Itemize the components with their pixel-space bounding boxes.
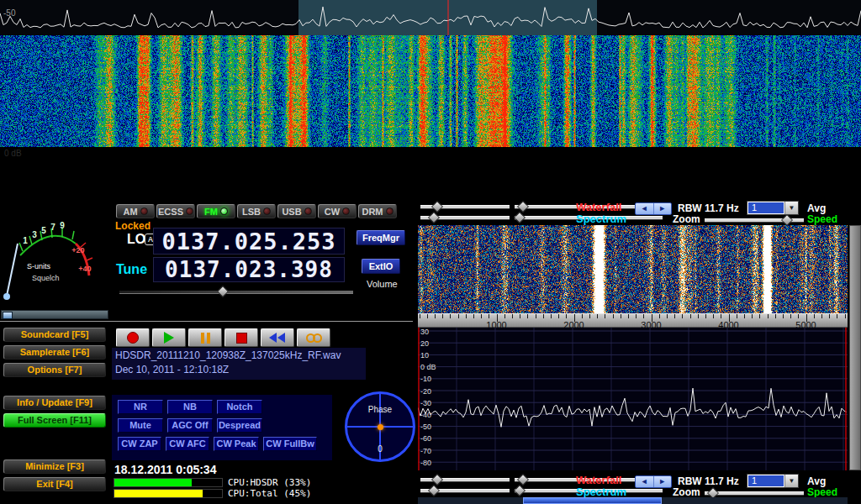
- rbw-value-bottom: RBW 11.7 Hz: [678, 475, 739, 487]
- ruler-tick: [504, 314, 505, 318]
- dsp-button-agc-off[interactable]: AGC Off: [167, 418, 213, 433]
- lo-frequency-display[interactable]: 0137.025.253: [153, 228, 345, 255]
- record-icon: [127, 332, 139, 344]
- rbw-value-top: RBW 11.7 Hz: [678, 202, 739, 214]
- slider-handle-icon[interactable]: [781, 214, 793, 226]
- spectrum-toggle-bottom[interactable]: Spectrum: [576, 486, 626, 498]
- waterfall-brightness-slider-bottom[interactable]: [420, 478, 510, 482]
- mode-button-drm[interactable]: DRM: [358, 204, 397, 218]
- mode-button-usb[interactable]: USB: [277, 204, 316, 218]
- play-button[interactable]: [152, 328, 186, 347]
- waterfall-contrast-slider-bottom[interactable]: [420, 489, 510, 493]
- zoom-label-bottom: Zoom: [673, 486, 700, 498]
- avg-count-select-bottom[interactable]: 1▼: [747, 474, 799, 488]
- band-adjust-arrows-bottom[interactable]: ◄►: [635, 475, 672, 488]
- ruler-tick: [558, 314, 559, 318]
- avg-count-select-top[interactable]: 1▼: [747, 201, 799, 215]
- function-button-3[interactable]: Info / Update [F9]: [3, 396, 106, 410]
- right-arrow-icon[interactable]: ►: [654, 476, 672, 487]
- function-button-0[interactable]: Soundcard [F5]: [3, 328, 106, 342]
- function-button-5[interactable]: Minimize [F3]: [3, 459, 106, 474]
- phase-marker-icon: [378, 424, 383, 430]
- phase-label: Phase: [347, 405, 413, 414]
- mode-button-lsb[interactable]: LSB: [237, 204, 276, 218]
- ruler-tick: [458, 314, 459, 318]
- waterfall-toggle-top[interactable]: Waterfall: [576, 201, 621, 213]
- function-button-4[interactable]: Full Screen [F11]: [3, 413, 106, 428]
- ruler-tick: [520, 314, 520, 318]
- dsp-button-notch[interactable]: Notch: [217, 400, 262, 414]
- zoom-slider-top[interactable]: [705, 218, 804, 223]
- smeter-scale-label: 1: [23, 236, 28, 245]
- cpu-bar-fill: [114, 479, 192, 486]
- s-meter: 13579+20+40S-unitsSquelch: [0, 202, 109, 309]
- slider-handle-icon[interactable]: [428, 485, 440, 496]
- ruler-tick: [442, 314, 443, 318]
- mode-label: AM: [123, 207, 137, 217]
- record-button[interactable]: [116, 328, 150, 347]
- slider-handle-icon[interactable]: [514, 485, 526, 496]
- squelch-slider-handle[interactable]: [3, 312, 13, 319]
- secondary-spectrum-display[interactable]: 3020100 dB-10-20-30-40-50-60-70-80: [418, 328, 848, 470]
- cpu-bar-track: [114, 489, 223, 498]
- function-button-2[interactable]: Options [F7]: [3, 363, 106, 377]
- dsp-button-cw-zap[interactable]: CW ZAP: [118, 437, 161, 451]
- loop-button[interactable]: [297, 328, 330, 347]
- db-scale-label: -30: [420, 399, 431, 407]
- ruler-tick: [527, 314, 528, 318]
- function-button-1[interactable]: Samplerate [F6]: [3, 345, 106, 360]
- function-button-6[interactable]: Exit [F4]: [3, 477, 106, 491]
- sunits-label: S-units: [27, 262, 51, 270]
- ruler-tick: [450, 314, 451, 318]
- left-arrow-icon[interactable]: ◄: [636, 203, 654, 214]
- squelch-label: Squelch: [32, 274, 60, 282]
- mode-label: LSB: [242, 207, 261, 217]
- dsp-button-nb[interactable]: NB: [167, 400, 213, 414]
- zoom-slider-bottom[interactable]: [705, 491, 804, 496]
- stop-button[interactable]: [224, 328, 258, 347]
- secondary-frequency-ruler[interactable]: 10002000300040005000: [418, 313, 848, 328]
- pause-button[interactable]: [188, 328, 222, 347]
- dsp-button-cw-afc[interactable]: CW AFC: [166, 437, 209, 451]
- extio-button[interactable]: ExtIO: [362, 259, 400, 274]
- mode-button-cw[interactable]: CW: [318, 204, 357, 218]
- mode-button-fm[interactable]: FM: [197, 204, 235, 218]
- secondary-waterfall[interactable]: [418, 225, 848, 313]
- ruler-tick: [427, 314, 428, 318]
- dsp-button-cw-peak[interactable]: CW Peak: [214, 437, 259, 451]
- volume-slider-handle[interactable]: [217, 286, 229, 297]
- ruler-tick: [713, 314, 714, 318]
- volume-slider[interactable]: [119, 286, 353, 296]
- dropdown-arrow-icon[interactable]: ▼: [784, 475, 798, 487]
- band-adjust-arrows-top[interactable]: ◄►: [635, 202, 672, 215]
- mode-button-am[interactable]: AM: [116, 204, 155, 218]
- db-scale-label: 10: [420, 351, 429, 360]
- ruler-tick: [768, 314, 769, 318]
- freqmgr-button[interactable]: FreqMgr: [357, 230, 405, 245]
- dsp-button-cw-fullbw[interactable]: CW FullBw: [263, 437, 317, 451]
- dropdown-arrow-icon[interactable]: ▼: [784, 202, 798, 214]
- slider-handle-icon[interactable]: [428, 212, 440, 223]
- dsp-button-despread[interactable]: Despread: [217, 418, 262, 433]
- rewind-button[interactable]: [261, 328, 294, 347]
- waterfall-brightness-slider-top[interactable]: [420, 205, 510, 209]
- left-arrow-icon[interactable]: ◄: [636, 476, 654, 487]
- pan-scrollbar[interactable]: [418, 497, 848, 504]
- main-spectrum-display[interactable]: -50: [0, 0, 861, 35]
- phase-value: 0: [347, 444, 413, 454]
- squelch-slider[interactable]: [1, 310, 108, 319]
- spectrum-toggle-top[interactable]: Spectrum: [576, 213, 626, 225]
- tune-frequency-display[interactable]: 0137.023.398: [153, 257, 345, 282]
- smeter-scale-label-red: +20: [71, 246, 84, 255]
- slider-handle-icon[interactable]: [514, 212, 526, 223]
- db-scale-label: 0 dB: [420, 363, 436, 371]
- waterfall-toggle-bottom[interactable]: Waterfall: [576, 474, 621, 486]
- right-arrow-icon[interactable]: ►: [654, 203, 672, 214]
- mode-button-ecss[interactable]: ECSS: [156, 204, 195, 218]
- dsp-button-nr[interactable]: NR: [118, 400, 163, 414]
- pan-scrollbar-thumb[interactable]: [523, 497, 662, 504]
- right-vertical-scrollbar[interactable]: [849, 225, 861, 470]
- waterfall-contrast-slider-top[interactable]: [420, 216, 510, 220]
- dsp-button-mute[interactable]: Mute: [118, 418, 163, 433]
- ruler-tick: [705, 314, 706, 318]
